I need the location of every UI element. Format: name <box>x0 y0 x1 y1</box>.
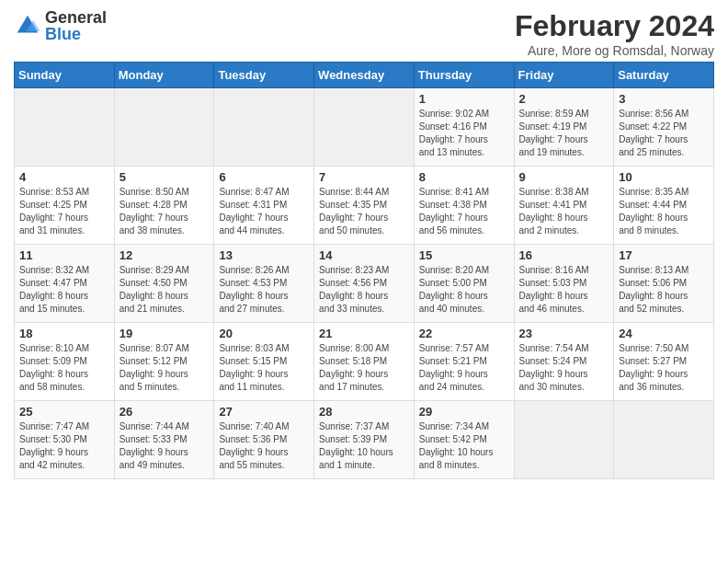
day-info: Sunrise: 9:02 AM Sunset: 4:16 PM Dayligh… <box>419 108 509 159</box>
header-cell-saturday: Saturday <box>614 63 714 88</box>
day-info: Sunrise: 8:16 AM Sunset: 5:03 PM Dayligh… <box>519 264 609 316</box>
day-info: Sunrise: 7:34 AM Sunset: 5:42 PM Dayligh… <box>419 420 509 472</box>
calendar-cell: 19Sunrise: 8:07 AM Sunset: 5:12 PM Dayli… <box>114 323 214 401</box>
day-number: 21 <box>319 327 409 340</box>
calendar-cell: 5Sunrise: 8:50 AM Sunset: 4:28 PM Daylig… <box>114 167 214 245</box>
logo-icon <box>14 12 41 40</box>
day-number: 6 <box>219 170 309 184</box>
header-cell-thursday: Thursday <box>414 63 514 88</box>
day-number: 15 <box>419 248 509 262</box>
day-info: Sunrise: 8:13 AM Sunset: 5:06 PM Dayligh… <box>619 264 709 316</box>
calendar-table: SundayMondayTuesdayWednesdayThursdayFrid… <box>14 62 714 479</box>
day-info: Sunrise: 8:20 AM Sunset: 5:00 PM Dayligh… <box>419 264 509 316</box>
day-info: Sunrise: 8:35 AM Sunset: 4:44 PM Dayligh… <box>619 186 709 237</box>
day-info: Sunrise: 7:40 AM Sunset: 5:36 PM Dayligh… <box>219 420 309 472</box>
header-cell-wednesday: Wednesday <box>314 63 415 88</box>
week-row-5: 25Sunrise: 7:47 AM Sunset: 5:30 PM Dayli… <box>15 401 714 479</box>
week-row-3: 11Sunrise: 8:32 AM Sunset: 4:47 PM Dayli… <box>15 245 714 323</box>
day-number: 8 <box>419 170 509 184</box>
calendar-cell: 1Sunrise: 9:02 AM Sunset: 4:16 PM Daylig… <box>414 88 514 167</box>
calendar-cell: 6Sunrise: 8:47 AM Sunset: 4:31 PM Daylig… <box>214 167 314 245</box>
logo: General Blue <box>14 9 107 42</box>
day-number: 14 <box>319 248 409 262</box>
week-row-1: 1Sunrise: 9:02 AM Sunset: 4:16 PM Daylig… <box>15 88 714 167</box>
day-number: 12 <box>119 248 210 262</box>
day-number: 28 <box>319 405 409 419</box>
day-number: 25 <box>19 405 109 419</box>
calendar-cell: 15Sunrise: 8:20 AM Sunset: 5:00 PM Dayli… <box>414 245 514 323</box>
main-title: February 2024 <box>515 9 714 43</box>
day-number: 17 <box>619 248 709 262</box>
calendar-cell <box>314 88 415 167</box>
calendar-cell <box>114 88 214 167</box>
calendar-cell: 18Sunrise: 8:10 AM Sunset: 5:09 PM Dayli… <box>15 323 115 401</box>
calendar-cell: 11Sunrise: 8:32 AM Sunset: 4:47 PM Dayli… <box>15 245 115 323</box>
day-number: 4 <box>19 170 109 184</box>
day-number: 11 <box>19 248 109 262</box>
calendar-cell: 24Sunrise: 7:50 AM Sunset: 5:27 PM Dayli… <box>614 323 714 401</box>
week-row-2: 4Sunrise: 8:53 AM Sunset: 4:25 PM Daylig… <box>15 167 714 245</box>
day-info: Sunrise: 8:59 AM Sunset: 4:19 PM Dayligh… <box>519 108 609 159</box>
calendar-cell: 17Sunrise: 8:13 AM Sunset: 5:06 PM Dayli… <box>614 245 714 323</box>
day-info: Sunrise: 8:56 AM Sunset: 4:22 PM Dayligh… <box>619 108 709 159</box>
calendar-cell: 12Sunrise: 8:29 AM Sunset: 4:50 PM Dayli… <box>114 245 214 323</box>
week-row-4: 18Sunrise: 8:10 AM Sunset: 5:09 PM Dayli… <box>15 323 714 401</box>
day-info: Sunrise: 7:47 AM Sunset: 5:30 PM Dayligh… <box>19 420 109 472</box>
calendar-cell: 2Sunrise: 8:59 AM Sunset: 4:19 PM Daylig… <box>514 88 614 167</box>
day-info: Sunrise: 8:23 AM Sunset: 4:56 PM Dayligh… <box>319 264 409 316</box>
day-number: 9 <box>519 170 609 184</box>
day-number: 5 <box>119 170 210 184</box>
day-info: Sunrise: 8:03 AM Sunset: 5:15 PM Dayligh… <box>219 342 309 394</box>
calendar-body: 1Sunrise: 9:02 AM Sunset: 4:16 PM Daylig… <box>15 88 714 479</box>
calendar-cell: 13Sunrise: 8:26 AM Sunset: 4:53 PM Dayli… <box>214 245 314 323</box>
day-info: Sunrise: 8:32 AM Sunset: 4:47 PM Dayligh… <box>19 264 109 316</box>
calendar-cell: 16Sunrise: 8:16 AM Sunset: 5:03 PM Dayli… <box>514 245 614 323</box>
day-number: 20 <box>219 327 309 340</box>
day-info: Sunrise: 7:54 AM Sunset: 5:24 PM Dayligh… <box>519 342 609 394</box>
day-info: Sunrise: 7:50 AM Sunset: 5:27 PM Dayligh… <box>619 342 709 394</box>
calendar-cell: 20Sunrise: 8:03 AM Sunset: 5:15 PM Dayli… <box>214 323 314 401</box>
day-info: Sunrise: 8:10 AM Sunset: 5:09 PM Dayligh… <box>19 342 109 394</box>
header-cell-monday: Monday <box>114 63 214 88</box>
subtitle: Aure, More og Romsdal, Norway <box>515 43 714 58</box>
calendar-cell: 9Sunrise: 8:38 AM Sunset: 4:41 PM Daylig… <box>514 167 614 245</box>
header-cell-friday: Friday <box>514 63 614 88</box>
day-info: Sunrise: 7:44 AM Sunset: 5:33 PM Dayligh… <box>119 420 210 472</box>
day-info: Sunrise: 8:44 AM Sunset: 4:35 PM Dayligh… <box>319 186 409 237</box>
title-area: February 2024 Aure, More og Romsdal, Nor… <box>515 9 714 58</box>
day-number: 22 <box>419 327 509 340</box>
day-info: Sunrise: 8:41 AM Sunset: 4:38 PM Dayligh… <box>419 186 509 237</box>
calendar-cell: 14Sunrise: 8:23 AM Sunset: 4:56 PM Dayli… <box>314 245 415 323</box>
calendar-cell <box>214 88 314 167</box>
day-number: 3 <box>619 92 709 106</box>
calendar-cell <box>15 88 115 167</box>
day-info: Sunrise: 8:29 AM Sunset: 4:50 PM Dayligh… <box>119 264 210 316</box>
calendar-cell: 25Sunrise: 7:47 AM Sunset: 5:30 PM Dayli… <box>15 401 115 479</box>
day-info: Sunrise: 7:57 AM Sunset: 5:21 PM Dayligh… <box>419 342 509 394</box>
calendar-cell: 29Sunrise: 7:34 AM Sunset: 5:42 PM Dayli… <box>414 401 514 479</box>
logo-blue: Blue <box>45 26 107 42</box>
calendar-cell: 23Sunrise: 7:54 AM Sunset: 5:24 PM Dayli… <box>514 323 614 401</box>
day-number: 16 <box>519 248 609 262</box>
day-number: 18 <box>19 327 109 340</box>
calendar-cell: 10Sunrise: 8:35 AM Sunset: 4:44 PM Dayli… <box>614 167 714 245</box>
day-info: Sunrise: 8:07 AM Sunset: 5:12 PM Dayligh… <box>119 342 210 394</box>
calendar-cell <box>614 401 714 479</box>
day-number: 10 <box>619 170 709 184</box>
header: General Blue February 2024 Aure, More og… <box>14 9 714 58</box>
day-number: 26 <box>119 405 210 419</box>
day-number: 24 <box>619 327 709 340</box>
day-number: 13 <box>219 248 309 262</box>
day-info: Sunrise: 8:47 AM Sunset: 4:31 PM Dayligh… <box>219 186 309 237</box>
day-number: 2 <box>519 92 609 106</box>
calendar-cell: 21Sunrise: 8:00 AM Sunset: 5:18 PM Dayli… <box>314 323 415 401</box>
calendar-cell: 3Sunrise: 8:56 AM Sunset: 4:22 PM Daylig… <box>614 88 714 167</box>
header-cell-sunday: Sunday <box>15 63 115 88</box>
calendar-cell <box>514 401 614 479</box>
logo-general: General <box>45 9 107 26</box>
day-info: Sunrise: 8:53 AM Sunset: 4:25 PM Dayligh… <box>19 186 109 237</box>
calendar-cell: 28Sunrise: 7:37 AM Sunset: 5:39 PM Dayli… <box>314 401 415 479</box>
day-info: Sunrise: 7:37 AM Sunset: 5:39 PM Dayligh… <box>319 420 409 472</box>
calendar-cell: 22Sunrise: 7:57 AM Sunset: 5:21 PM Dayli… <box>414 323 514 401</box>
day-info: Sunrise: 8:26 AM Sunset: 4:53 PM Dayligh… <box>219 264 309 316</box>
